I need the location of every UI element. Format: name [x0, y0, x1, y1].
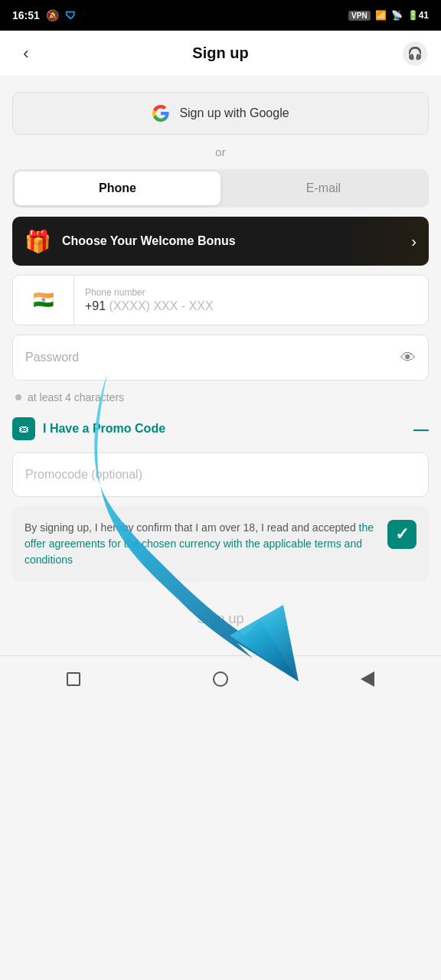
- promo-code-toggle[interactable]: 🎟 I Have a Promo Code —: [12, 414, 429, 443]
- terms-section: By signing up, I hereby confirm that I a…: [12, 506, 429, 582]
- signal-icon: 📶: [375, 10, 387, 21]
- promo-icon: 🎟: [12, 417, 35, 440]
- chevron-right-icon: ›: [411, 233, 416, 250]
- hint-dot: [15, 394, 21, 400]
- google-signup-label: Sign up with Google: [179, 106, 289, 120]
- password-field[interactable]: Password 👁: [12, 335, 429, 381]
- promo-label: I Have a Promo Code: [43, 422, 406, 436]
- hint-text: at least 4 characters: [28, 391, 124, 403]
- circle-icon: [213, 671, 228, 687]
- phone-label: Phone number: [85, 287, 417, 298]
- signup-button-label: Sign up: [197, 611, 243, 627]
- nav-square-button[interactable]: [58, 664, 89, 694]
- country-selector[interactable]: 🇮🇳: [13, 276, 74, 325]
- gift-icon: 🎁: [24, 229, 51, 254]
- checkmark-icon: ✓: [395, 524, 409, 544]
- support-button[interactable]: 🎧: [401, 40, 429, 67]
- google-signup-button[interactable]: Sign up with Google: [12, 92, 429, 135]
- nav-home-button[interactable]: [205, 664, 236, 694]
- shield-icon: 🛡: [65, 9, 76, 21]
- phone-input-group: 🇮🇳 Phone number +91 (XXXX) XXX - XXX: [12, 275, 429, 325]
- bonus-banner[interactable]: 🎁 Choose Your Welcome Bonus ›: [12, 217, 429, 266]
- phone-prefix: +91: [85, 299, 106, 312]
- wifi-icon: 📡: [391, 10, 403, 21]
- tab-phone[interactable]: Phone: [15, 172, 220, 205]
- headset-icon: 🎧: [403, 41, 427, 66]
- collapse-icon: —: [413, 421, 429, 436]
- battery-icon: 🔋41: [407, 10, 429, 21]
- bottom-nav: [0, 655, 441, 701]
- auth-tabs: Phone E-mail: [12, 169, 429, 207]
- back-button[interactable]: ‹: [12, 40, 40, 67]
- terms-text: By signing up, I hereby confirm that I a…: [24, 520, 377, 568]
- india-flag: 🇮🇳: [33, 290, 54, 310]
- google-logo: [152, 104, 170, 122]
- promo-input-field[interactable]: Promocode (optional): [12, 452, 429, 497]
- phone-input-row: 🇮🇳 Phone number +91 (XXXX) XXX - XXX: [13, 276, 428, 325]
- signup-button[interactable]: Sign up: [12, 597, 429, 640]
- or-divider: or: [12, 145, 429, 158]
- bonus-text: Choose Your Welcome Bonus: [62, 234, 400, 248]
- phone-number-field[interactable]: Phone number +91 (XXXX) XXX - XXX: [74, 287, 428, 313]
- terms-text-before: By signing up, I hereby confirm that I a…: [24, 521, 359, 534]
- promo-placeholder: Promocode (optional): [25, 468, 142, 482]
- phone-placeholder: (XXXX) XXX - XXX: [109, 299, 214, 312]
- status-bar: 16:51 🔕 🛡 VPN 📶 📡 🔋41: [0, 0, 441, 31]
- status-right: VPN 📶 📡 🔋41: [348, 10, 429, 21]
- vpn-badge: VPN: [348, 11, 371, 21]
- phone-value: +91 (XXXX) XXX - XXX: [85, 299, 417, 313]
- status-time: 16:51: [12, 9, 40, 21]
- top-nav: ‹ Sign up 🎧: [0, 31, 441, 77]
- nav-back-button[interactable]: [352, 664, 383, 694]
- password-hint: at least 4 characters: [12, 390, 429, 405]
- page-title: Sign up: [192, 44, 248, 62]
- status-left: 16:51 🔕 🛡: [12, 9, 76, 21]
- triangle-icon: [361, 671, 374, 687]
- square-icon: [67, 672, 80, 686]
- tab-email[interactable]: E-mail: [220, 172, 426, 205]
- eye-icon[interactable]: 👁: [400, 349, 416, 367]
- notification-icon: 🔕: [46, 9, 59, 21]
- main-content: Sign up with Google or Phone E-mail 🎁 Ch…: [0, 77, 441, 655]
- password-placeholder: Password: [25, 351, 400, 364]
- terms-checkbox[interactable]: ✓: [387, 520, 416, 549]
